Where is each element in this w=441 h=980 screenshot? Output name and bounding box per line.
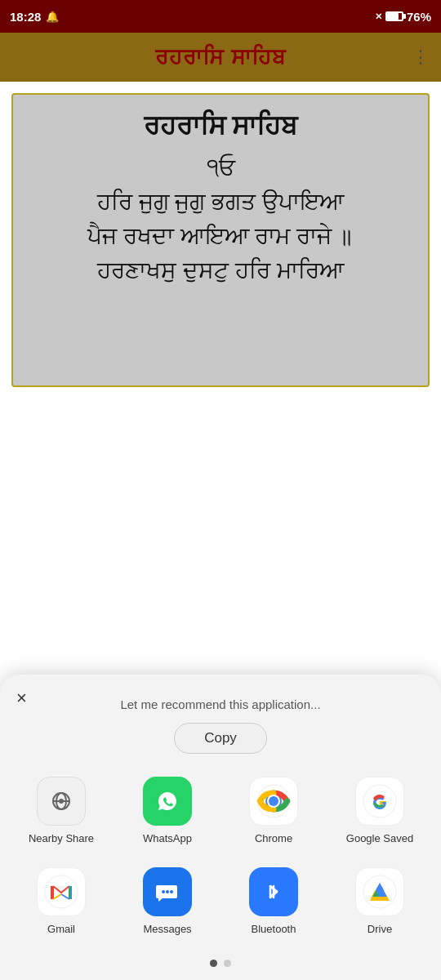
messages-label: Messages xyxy=(143,923,191,937)
bluetooth-icon xyxy=(249,867,298,916)
scripture-line2: ਹਰਿ ਜੁਗੁ ਜੁਗੁ ਭਗਤ ਉਪਾਇਆ xyxy=(26,185,415,220)
chrome-label: Chrome xyxy=(255,832,292,846)
svg-point-21 xyxy=(166,890,169,893)
share-message: Let me recommend this application... xyxy=(0,697,441,711)
share-chrome-item[interactable]: Chrome xyxy=(222,770,325,853)
share-messages-item[interactable]: Messages xyxy=(116,861,219,943)
status-bar: 18:28 🔔 ✕ 76% xyxy=(0,0,441,33)
time-display: 18:28 xyxy=(10,10,41,24)
svg-point-22 xyxy=(170,890,173,893)
pagination-dot-1 xyxy=(210,960,217,967)
scripture-content: ਰਹਰਾਸਿ ਸਾਹਿਬ ੧ਓ ਹਰਿ ਜੁਗੁ ਜੁਗੁ ਭਗਤ ਉਪਾਇਆ … xyxy=(11,93,430,387)
battery-x-icon: ✕ xyxy=(375,11,382,22)
nearby-share-label: Nearby Share xyxy=(29,832,94,846)
google-saved-label: Google Saved xyxy=(346,832,413,846)
pagination-dot-2 xyxy=(224,960,231,967)
svg-point-3 xyxy=(59,799,64,804)
battery-icon xyxy=(385,11,403,21)
scripture-line1: ੧ਓ xyxy=(26,151,415,185)
scripture-title: ਰਹਰਾਸਿ ਸਾਹਿਬ xyxy=(26,111,415,141)
chrome-icon xyxy=(249,777,298,826)
messages-icon xyxy=(143,867,192,916)
share-drive-item[interactable]: Drive xyxy=(328,861,431,943)
whatsapp-icon xyxy=(143,777,192,826)
drive-label: Drive xyxy=(368,923,392,937)
battery-percent: 76% xyxy=(407,10,431,24)
drive-icon xyxy=(355,867,404,916)
nearby-share-icon xyxy=(37,777,86,826)
header-menu-button[interactable]: ⋮ xyxy=(412,47,430,68)
share-whatsapp-item[interactable]: WhatsApp xyxy=(116,770,219,853)
share-apps-grid: Nearby Share WhatsApp xyxy=(0,770,441,943)
app-title: ਰਹਰਾਸਿ ਸਾਹਿਬ xyxy=(155,45,285,70)
gmail-icon xyxy=(37,867,86,916)
share-sheet: × Let me recommend this application... C… xyxy=(0,675,441,980)
svg-point-8 xyxy=(269,796,278,806)
app-header: ਰਹਰਾਸਿ ਸਾਹਿਬ ⋮ xyxy=(0,33,441,82)
copy-button[interactable]: Copy xyxy=(174,723,267,754)
gmail-label: Gmail xyxy=(47,923,75,937)
svg-point-20 xyxy=(162,890,165,893)
whatsapp-label: WhatsApp xyxy=(143,832,192,846)
bluetooth-label: Bluetooth xyxy=(252,923,296,937)
google-saved-icon xyxy=(355,777,404,826)
share-gmail-item[interactable]: Gmail xyxy=(10,861,113,943)
share-bluetooth-item[interactable]: Bluetooth xyxy=(222,861,325,943)
share-close-button[interactable]: × xyxy=(16,689,27,707)
status-right: ✕ 76% xyxy=(375,10,431,24)
pagination-dots xyxy=(0,956,441,980)
scripture-line4: ਹਰਣਾਖਸੁ ਦੁਸਟੁ ਹਰਿ ਮਾਰਿਆ xyxy=(26,254,415,288)
share-nearby-item[interactable]: Nearby Share xyxy=(10,770,113,853)
notification-icon: 🔔 xyxy=(46,11,59,23)
share-google-saved-item[interactable]: Google Saved xyxy=(328,770,431,853)
status-left: 18:28 🔔 xyxy=(10,10,59,24)
scripture-line3: ਪੈਜ ਰਖਦਾ ਆਇਆ ਰਾਮ ਰਾਜੇ ॥ xyxy=(26,220,415,254)
